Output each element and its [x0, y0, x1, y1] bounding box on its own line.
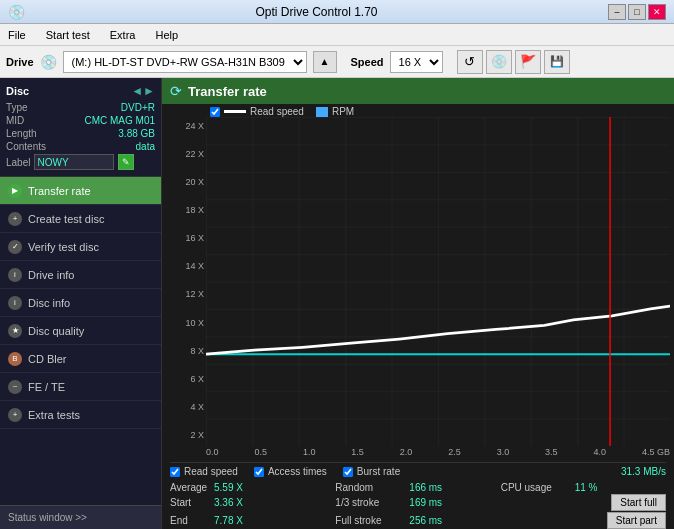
x-label-2: 2.0 [400, 447, 413, 457]
disc-title: Disc [6, 85, 29, 97]
sidebar-menu: ▶ Transfer rate + Create test disc ✓ Ver… [0, 177, 161, 505]
main-content: Disc ◄► Type DVD+R MID CMC MAG M01 Lengt… [0, 78, 674, 529]
label-input[interactable] [34, 154, 114, 170]
cd-bler-icon: B [8, 352, 22, 366]
toolbar-icons: ↺ 💿 🚩 💾 [457, 50, 570, 74]
y-label-4: 4 X [190, 402, 204, 412]
sidebar-item-verify-test-disc[interactable]: ✓ Verify test disc [0, 233, 161, 261]
eject-button[interactable]: ▲ [313, 51, 337, 73]
y-label-6: 6 X [190, 374, 204, 384]
speed-selector[interactable]: 16 X [390, 51, 443, 73]
start-part-cell: Start part [501, 512, 666, 529]
drive-selector[interactable]: (M:) HL-DT-ST DVD+-RW GSA-H31N B309 [63, 51, 307, 73]
end-cell: End 7.78 X [170, 515, 335, 526]
x-label-4-5: 4.5 GB [642, 447, 670, 457]
start-value: 3.36 X [214, 497, 254, 508]
sidebar-item-disc-info[interactable]: i Disc info [0, 289, 161, 317]
window-title: Opti Drive Control 1.70 [25, 5, 608, 19]
speed-label: Speed [351, 56, 384, 68]
sidebar-item-extra-tests[interactable]: + Extra tests [0, 401, 161, 429]
sidebar-item-disc-quality[interactable]: ★ Disc quality [0, 317, 161, 345]
checkbox-access-times: Access times [254, 466, 327, 477]
y-label-2: 2 X [190, 430, 204, 440]
mid-value: CMC MAG M01 [84, 115, 155, 126]
stats-row-2: Start 3.36 X 1/3 stroke 169 ms Start ful… [170, 494, 666, 511]
start-full-button[interactable]: Start full [611, 494, 666, 511]
y-label-10: 10 X [185, 318, 204, 328]
contents-value: data [136, 141, 155, 152]
stroke13-cell: 1/3 stroke 169 ms [335, 497, 500, 508]
length-label: Length [6, 128, 37, 139]
checkbox-access-times-label: Access times [268, 466, 327, 477]
close-button[interactable]: ✕ [648, 4, 666, 20]
minimize-button[interactable]: – [608, 4, 626, 20]
disc-panel: Disc ◄► Type DVD+R MID CMC MAG M01 Lengt… [0, 78, 161, 177]
save-button[interactable]: 💾 [544, 50, 570, 74]
read-speed-checkbox[interactable] [210, 107, 220, 117]
checkbox-access-times-input[interactable] [254, 467, 264, 477]
cd-bler-label: CD Bler [28, 353, 67, 365]
y-label-18: 18 X [185, 205, 204, 215]
checkbox-burst-rate-input[interactable] [343, 467, 353, 477]
menu-file[interactable]: File [4, 27, 30, 43]
x-label-3-5: 3.5 [545, 447, 558, 457]
drive-info-icon: i [8, 268, 22, 282]
start-label: Start [170, 497, 210, 508]
menu-start-test[interactable]: Start test [42, 27, 94, 43]
x-label-0: 0.0 [206, 447, 219, 457]
checkbox-read-speed: Read speed [170, 466, 238, 477]
start-cell: Start 3.36 X [170, 497, 335, 508]
x-label-1-5: 1.5 [351, 447, 364, 457]
media-button[interactable]: 💿 [486, 50, 512, 74]
full-stroke-value: 256 ms [409, 515, 449, 526]
y-label-14: 14 X [185, 261, 204, 271]
sidebar-item-cd-bler[interactable]: B CD Bler [0, 345, 161, 373]
checkbox-burst-rate: Burst rate [343, 466, 400, 477]
y-label-8: 8 X [190, 346, 204, 356]
full-stroke-label: Full stroke [335, 515, 405, 526]
svg-rect-0 [206, 117, 670, 446]
sidebar: Disc ◄► Type DVD+R MID CMC MAG M01 Lengt… [0, 78, 162, 529]
random-label: Random [335, 482, 405, 493]
extra-tests-label: Extra tests [28, 409, 80, 421]
legend-read-speed-label: Read speed [250, 106, 304, 117]
maximize-button[interactable]: □ [628, 4, 646, 20]
x-axis: 0.0 0.5 1.0 1.5 2.0 2.5 3.0 3.5 4.0 4.5 … [206, 446, 670, 458]
checkbox-read-speed-input[interactable] [170, 467, 180, 477]
label-edit-button[interactable]: ✎ [118, 154, 134, 170]
fe-te-label: FE / TE [28, 381, 65, 393]
y-label-20: 20 X [185, 177, 204, 187]
app-icon: 💿 [8, 4, 25, 20]
refresh-button[interactable]: ↺ [457, 50, 483, 74]
disc-nav-arrows[interactable]: ◄► [131, 84, 155, 98]
drivebar: Drive 💿 (M:) HL-DT-ST DVD+-RW GSA-H31N B… [0, 46, 674, 78]
menu-help[interactable]: Help [151, 27, 182, 43]
menu-extra[interactable]: Extra [106, 27, 140, 43]
fe-te-icon: ~ [8, 380, 22, 394]
chart-legend: Read speed RPM [162, 104, 674, 117]
type-value: DVD+R [121, 102, 155, 113]
flag-button[interactable]: 🚩 [515, 50, 541, 74]
status-window-button[interactable]: Status window >> [0, 505, 161, 529]
disc-info-icon: i [8, 296, 22, 310]
sidebar-item-create-test-disc[interactable]: + Create test disc [0, 205, 161, 233]
end-value: 7.78 X [214, 515, 254, 526]
drive-label: Drive [6, 56, 34, 68]
sidebar-item-fe-te[interactable]: ~ FE / TE [0, 373, 161, 401]
sidebar-item-drive-info[interactable]: i Drive info [0, 261, 161, 289]
disc-quality-label: Disc quality [28, 325, 84, 337]
sidebar-item-transfer-rate[interactable]: ▶ Transfer rate [0, 177, 161, 205]
y-label-16: 16 X [185, 233, 204, 243]
create-test-disc-label: Create test disc [28, 213, 104, 225]
x-label-2-5: 2.5 [448, 447, 461, 457]
verify-test-disc-label: Verify test disc [28, 241, 99, 253]
full-stroke-cell: Full stroke 256 ms [335, 515, 500, 526]
length-value: 3.88 GB [118, 128, 155, 139]
start-part-button[interactable]: Start part [607, 512, 666, 529]
x-label-1: 1.0 [303, 447, 316, 457]
x-label-4: 4.0 [594, 447, 607, 457]
cpu-usage-cell: CPU usage 11 % [501, 482, 666, 493]
checkbox-read-speed-label: Read speed [184, 466, 238, 477]
checkboxes-row: Read speed Access times Burst rate 31.3 … [170, 462, 666, 480]
right-panel: ⟳ Transfer rate Read speed RPM 24 X 22 X… [162, 78, 674, 529]
